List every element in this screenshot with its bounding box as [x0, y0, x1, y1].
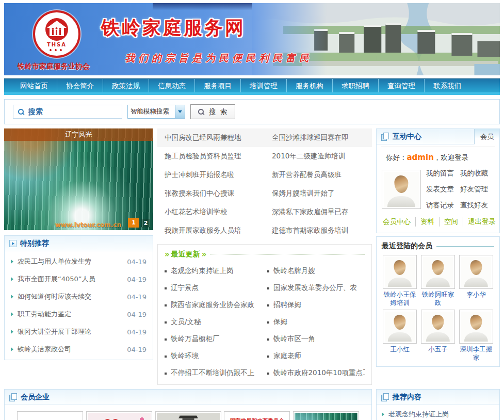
square-bullet-icon: [165, 373, 167, 375]
square-bullet-icon: [165, 270, 167, 272]
tab-member[interactable]: 会员: [474, 129, 499, 144]
member-card[interactable]: 铁岭阿旺家政: [419, 255, 457, 308]
interact-center-title: 互动中心: [393, 132, 421, 141]
enterprise-card[interactable]: 老观念约束持证上岗: [17, 411, 83, 420]
member-card[interactable]: 王小红: [381, 310, 418, 362]
link-visitor-log[interactable]: 访客记录: [426, 201, 460, 210]
member-avatar: [421, 310, 455, 344]
chevrons-icon: »: [165, 250, 170, 259]
news-link[interactable]: 2010年二级建造师培训: [265, 147, 372, 166]
enterprise-card[interactable]: 辽宁景点: [155, 411, 221, 420]
documents-icon: [381, 133, 389, 140]
logo-acronym: THSA: [47, 42, 67, 47]
news-link[interactable]: 张教授来我们中心授课: [157, 184, 265, 203]
member-card[interactable]: 铁岭小王保姆培训: [381, 255, 418, 308]
search-button[interactable]: 搜 索: [190, 104, 235, 119]
link-logout[interactable]: 退出登录: [463, 217, 500, 227]
special-recommend-title: 特别推荐: [20, 239, 49, 248]
recent-updates-panel: » 最近更新 » 老观念约束持证上岗 铁岭名牌月嫂 辽宁景点 国家发展改革委办公…: [157, 244, 372, 385]
special-item[interactable]: 如何知道何时应该去续交04-19: [5, 288, 153, 305]
document-thumbnail: [19, 413, 82, 420]
square-bullet-icon: [267, 356, 269, 358]
recent-link[interactable]: 保姆: [267, 313, 365, 330]
photo-slideshow[interactable]: 辽宁风光 www.lvtour.com.cn 1 2: [4, 128, 153, 230]
item-date: 04-19: [127, 346, 147, 353]
square-bullet-icon: [165, 321, 167, 324]
member-card[interactable]: 李小华: [458, 255, 495, 308]
enterprise-card[interactable]: 铁岭名牌月嫂: [86, 411, 152, 420]
link-profile[interactable]: 资料: [415, 217, 439, 227]
enterprise-card[interactable]: 辽宁风光: [293, 411, 359, 420]
play-box-icon: [9, 240, 17, 247]
group-photo-thumbnail: [88, 413, 151, 420]
nav-item-query[interactable]: 查询管理: [379, 79, 425, 92]
documents-icon: [381, 393, 389, 401]
nav-item-training[interactable]: 培训管理: [241, 79, 287, 92]
link-friend-manage[interactable]: 好友管理: [460, 185, 494, 194]
recent-link[interactable]: 铁岭市区一角: [267, 330, 365, 347]
news-link[interactable]: 中国房改已经风雨兼程地: [157, 128, 265, 147]
special-item[interactable]: 我市全面开展“4050”人员04-19: [5, 270, 153, 288]
recent-link[interactable]: 铁岭环境: [165, 347, 262, 364]
member-card[interactable]: 深圳李工搬家: [458, 310, 495, 362]
recent-link[interactable]: 辽宁景点: [165, 279, 262, 296]
news-link[interactable]: 护士冲刺班开始报名啦: [157, 166, 265, 184]
nav-item-contact[interactable]: 联系我们: [425, 79, 470, 92]
member-avatar: [459, 255, 493, 289]
pager-button-1[interactable]: 1: [128, 218, 139, 228]
documents-icon: [9, 393, 17, 401]
nav-item-jobs[interactable]: 求职招聘: [333, 79, 379, 92]
recent-link[interactable]: 文员/文秘: [165, 313, 262, 330]
special-recommend-panel: 特别推荐 农民工与用人单位发生劳04-19 我市全面开展“4050”人员04-1…: [4, 235, 153, 360]
news-link[interactable]: 保姆月嫂培训开始了: [265, 184, 372, 203]
recent-link[interactable]: 铁岭市政府2010年10项重点工: [267, 364, 365, 381]
recent-link[interactable]: 不停招工不断培训仍跟不上: [165, 364, 262, 381]
recent-link[interactable]: 老观念约束持证上岗: [165, 262, 262, 279]
special-item[interactable]: 银冈大讲堂开展干部理论04-19: [5, 323, 153, 341]
recent-link[interactable]: 家庭老师: [267, 347, 365, 364]
page: THSA 铁岭市家庭服务业协会 铁岭家庭服务网 我们的宗旨是为民便民利民富民 网…: [0, 0, 504, 420]
square-bullet-icon: [165, 338, 167, 341]
pager-button-2[interactable]: 2: [141, 219, 150, 228]
special-item[interactable]: 农民工与用人单位发生劳04-19: [5, 253, 153, 270]
nav-item-home[interactable]: 网站首页: [11, 79, 57, 92]
search-input[interactable]: 搜索: [13, 105, 122, 119]
special-item[interactable]: 铁岭美洁家政公司04-19: [5, 341, 153, 358]
member-card[interactable]: 小五子: [419, 310, 457, 362]
news-link[interactable]: 建德市首期家政服务培训: [265, 221, 372, 240]
recent-link[interactable]: 招聘保姆: [267, 296, 365, 313]
search-icon: [18, 108, 25, 116]
link-my-messages[interactable]: 我的留言: [426, 169, 460, 178]
news-link[interactable]: 施工员检验员资料员监理: [157, 147, 265, 166]
enterprise-card[interactable]: 国家发展和改革委员会办公厅 农业部办公厅文件 国家发展改革委办公: [224, 411, 290, 420]
recommended-link[interactable]: 老观念约束持证上岗: [377, 405, 499, 420]
link-member-center[interactable]: 会员中心: [382, 217, 415, 227]
special-item[interactable]: 职工劳动能力鉴定04-19: [5, 305, 153, 323]
recent-link[interactable]: 陕西省家庭服务业协会家政: [165, 296, 262, 313]
archway-thumbnail: [157, 413, 220, 420]
user-avatar[interactable]: [382, 170, 421, 209]
link-space[interactable]: 空间: [439, 217, 463, 227]
news-link[interactable]: 全国沙滩排球巡回赛在即: [265, 128, 372, 147]
link-my-favorites[interactable]: 我的收藏: [460, 169, 494, 178]
nav-item-services[interactable]: 服务项目: [195, 79, 241, 92]
recent-link[interactable]: 铁岭万昌橱柜厂: [165, 330, 262, 347]
recent-link[interactable]: 国家发展改革委办公厅、农: [267, 279, 365, 296]
news-link[interactable]: 小红花艺术培训学校: [157, 203, 265, 221]
news-link[interactable]: 新开营养配餐员高级班: [265, 166, 372, 184]
nav-item-about[interactable]: 协会简介: [57, 79, 103, 92]
link-find-friends[interactable]: 查找好友: [460, 201, 494, 210]
login-greeting: 你好：admin，欢迎登录: [381, 147, 495, 167]
nav-item-agencies[interactable]: 服务机构: [287, 79, 333, 92]
search-mode-select[interactable]: 智能模糊搜索: [127, 105, 185, 119]
news-link[interactable]: 我旗开展家政服务人员培: [157, 221, 265, 240]
news-link[interactable]: 深港私下家政雇佣早已存: [265, 203, 372, 221]
recent-link[interactable]: 铁岭名牌月嫂: [267, 262, 365, 279]
cave-thumbnail: [295, 413, 357, 420]
nav-item-news[interactable]: 信息动态: [149, 79, 195, 92]
slideshow-watermark: www.lvtour.com.cn: [55, 221, 121, 229]
nav-item-policy[interactable]: 政策法规: [103, 79, 149, 92]
link-publish-article[interactable]: 发表文章: [426, 185, 460, 194]
arrow-bullet-icon: [11, 277, 13, 281]
arrow-bullet-icon: [11, 312, 13, 316]
